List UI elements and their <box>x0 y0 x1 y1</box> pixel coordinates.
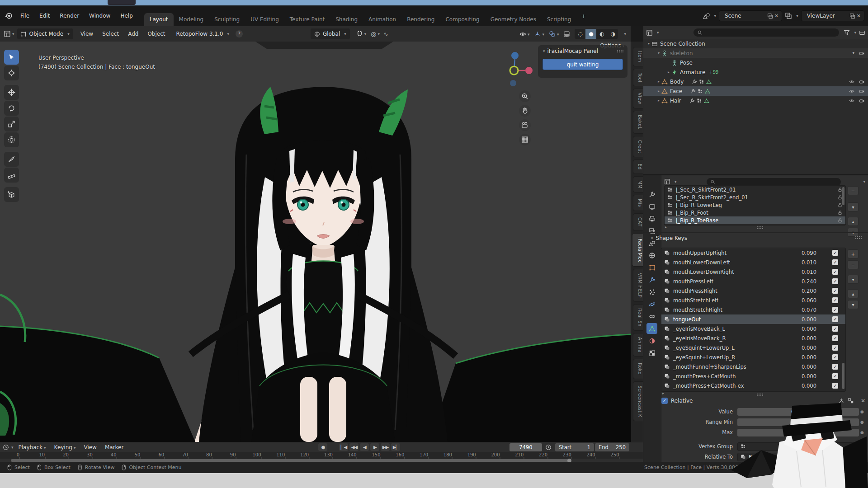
animate-dot[interactable]: ● <box>859 430 865 435</box>
workspace-tab-rendering[interactable]: Rendering <box>401 13 440 26</box>
relative-to-input[interactable]: Ba <box>737 453 859 461</box>
sidebar-tab-ed[interactable]: Ed <box>633 160 643 174</box>
auto-key-button[interactable]: ● <box>318 443 327 451</box>
viewport-3d[interactable]: User Perspective (7490) Scene Collection… <box>0 42 631 442</box>
shape-key-checkbox[interactable]: ✓ <box>832 326 838 332</box>
xray-toggle[interactable] <box>563 31 570 38</box>
close-icon[interactable]: ✕ <box>855 13 862 19</box>
properties-tab-tool[interactable] <box>646 189 657 200</box>
animate-dot[interactable]: ● <box>859 409 865 414</box>
shape-key-value[interactable]: 0.010 <box>802 269 816 275</box>
vertex-group-row[interactable]: J_Bip_R_Foot <box>665 209 845 216</box>
copy-icon[interactable] <box>767 13 773 19</box>
vertex-group-row[interactable]: J_Bip_R_ToeBase <box>665 216 845 224</box>
retopoflow-menu[interactable]: RetopoFlow 3.1.0▾ <box>173 28 233 39</box>
pin-icon[interactable] <box>838 398 844 404</box>
shape-key-value[interactable]: 0.090 <box>802 250 816 256</box>
outliner-row-skeleton[interactable]: ▾ skeleton ▾ <box>643 48 868 58</box>
frame-start-field[interactable]: Start1 <box>555 443 594 451</box>
viewlayer-selector[interactable]: ViewLayer ✕ <box>801 10 864 21</box>
shape-key-row[interactable]: mouthUpperUpRight 0.090 ✓ <box>661 248 845 258</box>
shape-keys-panel-header[interactable]: ▾ Shape Keys <box>650 235 687 241</box>
tool-add-cube[interactable] <box>4 187 19 202</box>
visibility-dropdown[interactable]: ▾ <box>519 31 530 38</box>
menu-file[interactable]: File <box>15 11 34 21</box>
ortho-grid-icon[interactable] <box>519 134 531 145</box>
collapse-icon[interactable]: ▾ <box>543 49 545 53</box>
lock-icon[interactable] <box>837 210 843 216</box>
shape-key-value[interactable]: 0.000 <box>802 345 816 351</box>
new-collection-icon[interactable] <box>859 29 865 36</box>
filter-icon[interactable] <box>844 29 850 36</box>
shading-mode-button[interactable]: ◐ <box>596 29 607 39</box>
shape-key-checkbox[interactable]: ✓ <box>832 278 838 284</box>
next-keyframe-button[interactable]: ▶▶ <box>381 443 390 451</box>
remove-vertex-group-button[interactable]: − <box>848 186 859 195</box>
sidebar-tab-mm[interactable]: MM <box>633 176 643 192</box>
tool-transform[interactable] <box>4 132 19 147</box>
scrollbar[interactable] <box>842 363 844 389</box>
jump-start-button[interactable]: ▏◀ <box>339 443 348 451</box>
outliner-row-hair[interactable]: ▸ Hair <box>643 96 868 105</box>
shape-key-checkbox[interactable]: ✓ <box>832 316 838 322</box>
current-frame-field[interactable]: 7490 <box>509 443 542 451</box>
proportional-edit-icon[interactable]: ◎ <box>371 30 376 38</box>
move-up-button[interactable]: ▴ <box>848 217 859 226</box>
sidebar-tab-mis[interactable]: Mis <box>633 195 643 211</box>
prev-keyframe-button[interactable]: ◀◀ <box>349 443 359 451</box>
shape-key-value[interactable]: 0.000 <box>802 354 816 361</box>
shape-key-value[interactable]: 0.200 <box>802 288 816 294</box>
quit-waiting-button[interactable]: quit waiting <box>542 59 623 70</box>
expand-icon[interactable]: ▸ <box>656 99 661 103</box>
shape-key-checkbox[interactable]: ✓ <box>832 364 838 370</box>
shape-key-checkbox[interactable]: ✓ <box>832 259 838 265</box>
sidebar-tab-roko[interactable]: Roko <box>633 359 643 379</box>
sidebar-tab-ifacialmoc[interactable]: iFacialMoc <box>632 233 643 267</box>
clear-icon[interactable]: ✕ <box>861 398 865 404</box>
shape-key-row[interactable]: _mouthPress+CatMouth 0.000 ✓ <box>661 371 845 381</box>
properties-tab-material[interactable] <box>646 335 657 346</box>
shape-key-checkbox[interactable]: ✓ <box>832 345 838 351</box>
chevron-down-icon[interactable]: ▾ <box>863 179 865 184</box>
properties-tab-texture[interactable] <box>646 347 657 358</box>
tool-move[interactable] <box>4 85 19 100</box>
shading-mode-button[interactable]: ● <box>585 29 596 39</box>
viewport-menu-select[interactable]: Select <box>98 31 123 37</box>
mode-selector[interactable]: Object Mode▾ <box>17 28 73 39</box>
shape-key-checkbox[interactable]: ✓ <box>832 335 838 341</box>
expand-icon[interactable]: ▸ <box>662 391 664 395</box>
shape-key-value[interactable]: 0.010 <box>802 259 816 266</box>
outliner-row-pose[interactable]: Pose <box>643 58 868 67</box>
viewlayer-icon[interactable] <box>785 12 792 19</box>
sidebar-tab-cat[interactable]: CAT <box>633 213 643 231</box>
shape-key-checkbox[interactable]: ✓ <box>832 354 838 360</box>
frame-end-field[interactable]: End250 <box>595 443 629 451</box>
shape-key-checkbox[interactable]: ✓ <box>832 297 838 303</box>
shape-key-row[interactable]: mouthStretchLeft 0.060 ✓ <box>661 296 845 305</box>
value-input[interactable]: 0.000 <box>737 408 859 416</box>
sidebar-tab-bakel[interactable]: BakeL <box>633 111 643 134</box>
sidebar-tab-anima[interactable]: Anima <box>633 333 643 357</box>
shape-key-specials-button[interactable]: ▾ <box>848 275 859 284</box>
outliner-search[interactable] <box>693 28 840 37</box>
drag-handle[interactable] <box>855 236 862 239</box>
shape-key-checkbox[interactable]: ✓ <box>832 269 838 275</box>
scene-selector[interactable]: Scene ✕ <box>719 10 782 21</box>
remove-shape-key-button[interactable]: − <box>848 260 859 269</box>
shading-dropdown[interactable]: ▾ <box>624 32 626 36</box>
shape-key-row[interactable]: mouthStretchRight 0.070 ✓ <box>661 305 845 314</box>
shape-key-row[interactable]: mouthPressRight 0.200 ✓ <box>661 286 845 296</box>
properties-tab-data[interactable] <box>646 323 657 334</box>
shape-key-row[interactable]: mouthLowerDownRight 0.010 ✓ <box>661 267 845 277</box>
shape-key-checkbox[interactable]: ✓ <box>832 307 838 313</box>
camera-view-icon[interactable] <box>519 119 531 131</box>
shape-key-value[interactable]: 0.000 <box>802 316 816 323</box>
gizmo-dropdown[interactable]: ▾ <box>534 31 544 38</box>
shape-key-value[interactable]: 0.000 <box>802 383 816 389</box>
shape-key-value[interactable]: 0.070 <box>802 307 816 313</box>
range-min-input[interactable]: 0.000 <box>737 418 859 426</box>
expand-icon[interactable]: ▾ <box>656 51 661 55</box>
zoom-icon[interactable] <box>519 90 531 102</box>
scene-icon[interactable] <box>703 12 710 19</box>
chevron-down-icon[interactable]: ▾ <box>852 51 854 56</box>
